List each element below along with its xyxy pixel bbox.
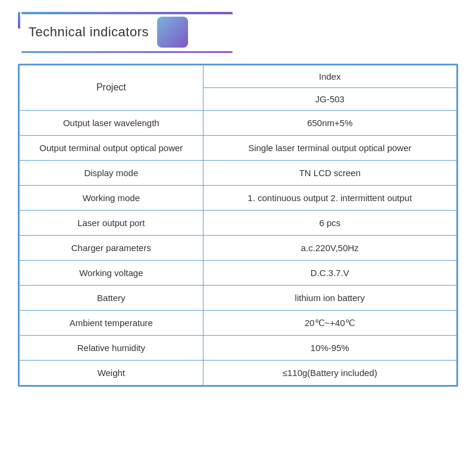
row-label-10: Weight (20, 361, 203, 386)
table-row: Relative humidity 10%-95% (20, 336, 457, 361)
table-row: Working mode 1. continuous output 2. int… (20, 186, 457, 211)
row-label-5: Charger parameters (20, 236, 203, 261)
row-value-6: D.C.3.7.V (203, 261, 456, 286)
row-label-1: Output terminal output optical power (20, 136, 203, 161)
row-value-1: Single laser terminal output optical pow… (203, 136, 456, 161)
row-label-8: Ambient temperature (20, 311, 203, 336)
row-value-5: a.c.220V,50Hz (203, 236, 456, 261)
project-label: Project (20, 65, 203, 111)
row-label-9: Relative humidity (20, 336, 203, 361)
table-row: Laser output port 6 pcs (20, 211, 457, 236)
bracket-horizontal-bottom (21, 51, 233, 53)
bracket-vertical-line (18, 12, 20, 29)
header: Technical indicators (18, 12, 458, 53)
bracket-horizontal-top (21, 12, 233, 14)
table-row: Working voltage D.C.3.7.V (20, 261, 457, 286)
row-value-3: 1. continuous output 2. intermittent out… (203, 186, 456, 211)
row-label-3: Working mode (20, 186, 203, 211)
title-decoration-square (157, 17, 188, 48)
table-row: Output terminal output optical power Sin… (20, 136, 457, 161)
row-value-7: lithium ion battery (203, 286, 456, 311)
index-label: Index (203, 65, 456, 88)
table-row: Ambient temperature 20℃~+40℃ (20, 311, 457, 336)
table-row: Charger parameters a.c.220V,50Hz (20, 236, 457, 261)
row-value-4: 6 pcs (203, 211, 456, 236)
row-label-4: Laser output port (20, 211, 203, 236)
row-value-8: 20℃~+40℃ (203, 311, 456, 336)
table-row: Output laser wavelength 650nm+5% (20, 111, 457, 136)
table-row-header: Project Index (20, 65, 457, 88)
model-value: JG-503 (203, 88, 456, 111)
row-value-10: ≤110g(Battery included) (203, 361, 456, 386)
technical-table: Project Index JG-503 Output laser wavele… (18, 64, 458, 387)
row-value-9: 10%-95% (203, 336, 456, 361)
row-value-2: TN LCD screen (203, 161, 456, 186)
table-row: Weight ≤110g(Battery included) (20, 361, 457, 386)
row-value-0: 650nm+5% (203, 111, 456, 136)
row-label-2: Display mode (20, 161, 203, 186)
page-container: Technical indicators Project Index JG-50… (0, 0, 476, 476)
row-label-7: Battery (20, 286, 203, 311)
row-label-6: Working voltage (20, 261, 203, 286)
row-label-0: Output laser wavelength (20, 111, 203, 136)
table-row: Display mode TN LCD screen (20, 161, 457, 186)
table-row: Battery lithium ion battery (20, 286, 457, 311)
page-title: Technical indicators (29, 24, 149, 40)
